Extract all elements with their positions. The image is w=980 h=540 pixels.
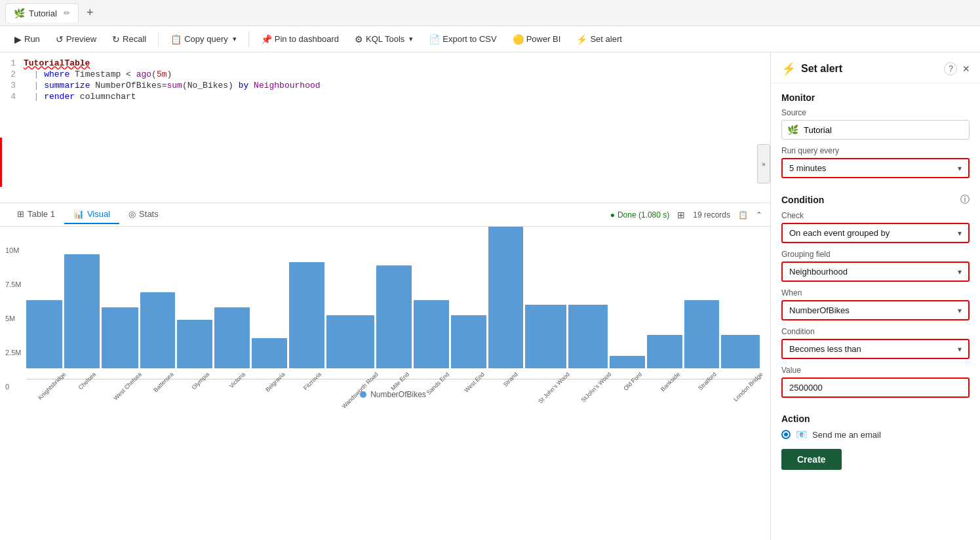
code-token: by <box>239 81 249 90</box>
source-label: Source <box>781 108 970 117</box>
bar <box>102 307 138 368</box>
tab-add-button[interactable]: + <box>81 6 99 20</box>
create-button[interactable]: Create <box>781 449 842 470</box>
sep2 <box>248 32 249 47</box>
powerbi-icon: 🟡 <box>513 34 524 45</box>
code-token: TutorialTable <box>24 58 90 68</box>
bar-label: Chelsea <box>77 371 97 391</box>
tab-table[interactable]: ⊞ Table 1 <box>8 205 64 224</box>
code-token: | <box>24 81 44 90</box>
run-button[interactable]: ▶ Run <box>8 31 47 47</box>
powerbi-button[interactable]: 🟡 Power BI <box>506 31 568 47</box>
tab-icon: 🌿 <box>14 8 25 18</box>
bar <box>289 262 324 368</box>
pin-icon: 📌 <box>261 34 272 45</box>
bar <box>568 305 608 368</box>
lightning-icon: ⚡ <box>781 62 796 76</box>
alert-button[interactable]: ⚡ Set alert <box>570 31 628 47</box>
monitor-title: Monitor <box>781 92 970 103</box>
code-token: render <box>44 92 75 102</box>
value-input[interactable] <box>781 377 970 398</box>
tab-stats[interactable]: ◎ Stats <box>119 205 168 224</box>
panel-body: Monitor Source 🌿 Tutorial Run query ever… <box>771 83 980 479</box>
bar <box>721 335 760 368</box>
table-tab-icon: ⊞ <box>17 209 24 219</box>
create-button-wrapper: Create <box>781 449 970 470</box>
tab-edit-icon[interactable]: ✏ <box>64 9 70 18</box>
grouping-arrow: ▾ <box>958 267 962 277</box>
code-token: 5m <box>157 69 167 79</box>
bar <box>64 254 100 368</box>
y-label-25m: 2.5M <box>5 349 21 357</box>
help-icon[interactable]: ? <box>944 62 957 75</box>
bar-label: Stratford <box>697 371 717 391</box>
condition-select[interactable]: Becomes less than ▾ <box>781 339 970 359</box>
condition-inner-label: Condition <box>781 327 970 336</box>
y-label-75m: 7.5M <box>5 280 21 288</box>
recall-icon: ↻ <box>112 34 120 45</box>
bar-item: London Bridge <box>721 335 760 377</box>
condition-arrow: ▾ <box>958 345 962 354</box>
code-token: ago <box>136 69 151 79</box>
bar-item: Olympia <box>177 320 212 377</box>
bar-item: StJohn's Wood <box>568 305 608 377</box>
tab-visual[interactable]: 📊 Visual <box>64 205 119 224</box>
bar-label: Old Ford <box>623 371 644 392</box>
run-label: Run <box>24 34 40 44</box>
pin-button[interactable]: 📌 Pin to dashboard <box>254 31 345 47</box>
code-token: columnchart <box>75 92 136 102</box>
grouping-field-group: Grouping field Neighbourhood ▾ <box>781 250 970 282</box>
code-editor[interactable]: 1 TutorialTable 2 | where Timestamp < ag… <box>0 52 770 203</box>
collapse-button[interactable]: » <box>757 144 770 183</box>
bar-label: Mile End <box>389 371 410 392</box>
email-radio[interactable] <box>781 430 791 439</box>
bar-item: Bankside <box>647 335 682 377</box>
bar <box>252 338 287 368</box>
tab-tutorial[interactable]: 🌿 Tutorial ✏ <box>5 3 79 22</box>
run-query-arrow: ▾ <box>958 164 962 173</box>
code-token: ) <box>167 69 172 79</box>
action-title: Action <box>781 414 970 424</box>
bar <box>214 307 250 368</box>
grouping-select[interactable]: Neighbourhood ▾ <box>781 261 970 282</box>
kql-label: KQL Tools <box>366 34 404 44</box>
table-tab-label: Table 1 <box>28 209 55 219</box>
bar <box>326 315 375 368</box>
bar-item: Old Ford <box>610 356 645 377</box>
panel-header: ⚡ Set alert ? × <box>771 52 980 83</box>
expand-icon[interactable]: ⌃ <box>756 210 762 220</box>
chart-area: 10M 7.5M 5M 2.5M 0 KnightsbridgeChelseaW… <box>0 227 770 540</box>
bar <box>525 305 566 368</box>
tab-bar: 🌿 Tutorial ✏ + <box>0 0 980 26</box>
recall-button[interactable]: ↻ Recall <box>106 31 153 47</box>
bar <box>177 320 212 368</box>
bar-item: West Chelsea <box>102 307 138 377</box>
copy-result-icon[interactable]: 📋 <box>738 210 748 220</box>
run-query-select[interactable]: 5 minutes ▾ <box>781 158 970 178</box>
bar-item: West End <box>451 315 486 377</box>
recall-label: Recall <box>123 34 146 44</box>
visual-tab-icon: 📊 <box>73 209 84 219</box>
bar-label: Olympia <box>191 371 210 391</box>
export-button[interactable]: 📄 Export to CSV <box>422 31 503 47</box>
preview-button[interactable]: ↺ Preview <box>49 31 103 47</box>
visual-tab-label: Visual <box>87 209 110 219</box>
bar-item: St John's Wood <box>525 305 566 377</box>
panel-header-icons: ? × <box>944 62 970 76</box>
copy-query-button[interactable]: 📋 Copy query <box>164 31 243 47</box>
bar <box>414 300 449 368</box>
code-line-1: 1 TutorialTable <box>0 58 770 69</box>
preview-icon: ↺ <box>56 34 64 45</box>
result-tabs-left: ⊞ Table 1 📊 Visual ◎ Stats <box>8 205 168 224</box>
when-select[interactable]: NumberOfBikes ▾ <box>781 300 970 320</box>
left-panel: 1 TutorialTable 2 | where Timestamp < ag… <box>0 52 770 540</box>
check-select[interactable]: On each event grouped by ▾ <box>781 223 970 243</box>
kql-button[interactable]: ⚙ KQL Tools <box>348 31 420 47</box>
bar <box>451 315 486 368</box>
bar <box>376 265 412 368</box>
close-icon[interactable]: × <box>962 62 970 76</box>
bar-item: Chelsea <box>64 254 100 377</box>
condition-info-icon[interactable]: ⓘ <box>960 194 970 206</box>
export-label: Export to CSV <box>442 34 496 44</box>
value-label: Value <box>781 366 970 375</box>
